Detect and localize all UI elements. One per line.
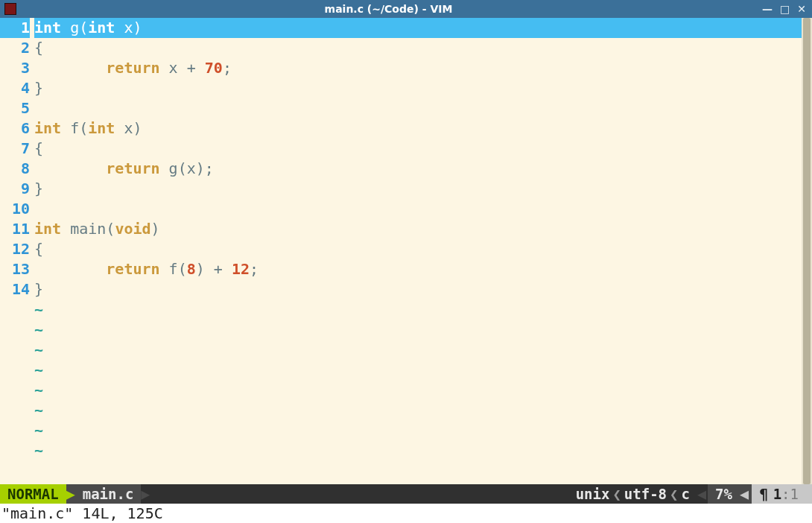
tilde-icon: ~ [34, 340, 43, 358]
line-number: 14 [0, 279, 30, 299]
separator-icon: ▶ [141, 484, 150, 504]
token-plain: } [34, 79, 43, 97]
window-title: main.c (~/Code) - VIM [21, 3, 756, 15]
app-icon [4, 3, 16, 15]
maximize-button[interactable]: □ [780, 0, 790, 18]
code-area[interactable]: int g(int x){ return x + 70;}int f(int x… [34, 18, 802, 484]
percent-label: 7% [715, 484, 732, 504]
tilde-icon: ~ [34, 401, 43, 419]
empty-line-tilde: ~ [34, 360, 802, 380]
position-segment: ¶ 1 :1 [752, 484, 812, 504]
token-num: 8 [187, 260, 196, 278]
code-line[interactable]: int f(int x) [34, 118, 802, 139]
token-plain: g [61, 19, 79, 37]
filename-label: main.c [83, 484, 134, 504]
empty-line-tilde: ~ [34, 380, 802, 400]
line-number: 13 [0, 259, 30, 279]
empty-line-gutter [0, 380, 30, 400]
token-kw: int [34, 220, 61, 238]
token-plain: x) [115, 19, 142, 37]
code-line[interactable]: int main(void) [34, 219, 802, 239]
code-line[interactable]: return g(x); [34, 159, 802, 179]
empty-line-tilde: ~ [34, 320, 802, 340]
empty-line-tilde: ~ [34, 400, 802, 420]
line-number: 1 [0, 18, 30, 38]
tilde-icon: ~ [34, 361, 43, 378]
chevron-left-icon: ❮ [609, 484, 624, 504]
tilde-icon: ~ [34, 381, 43, 399]
column-value: :1 [781, 484, 799, 504]
token-plain: { [34, 240, 43, 258]
line-number: 12 [0, 239, 30, 259]
token-plain: ; [250, 260, 258, 278]
close-button[interactable]: ✕ [797, 0, 806, 18]
code-line[interactable]: } [34, 78, 802, 98]
editor-viewport[interactable]: 1234567891011121314 int g(int x){ return… [0, 18, 812, 484]
empty-line-tilde: ~ [34, 420, 802, 440]
token-kw: return [106, 159, 159, 177]
empty-line-gutter [0, 299, 30, 320]
separator-icon: ◀ [740, 484, 752, 504]
mode-label: NORMAL [7, 484, 59, 504]
line-number: 10 [0, 199, 30, 219]
token-plain: ) [151, 220, 160, 238]
window-buttons: — □ ✕ [756, 0, 812, 18]
tilde-icon: ~ [34, 320, 43, 338]
token-kw: int [88, 119, 115, 137]
status-line: NORMAL ▶ main.c ▶ unix ❮ utf-8 ❮ c ◀ 7% … [0, 484, 812, 504]
token-plain [34, 159, 106, 177]
token-kw: void [115, 220, 150, 238]
code-line[interactable]: } [34, 279, 802, 299]
line-number-gutter: 1234567891011121314 [0, 18, 34, 484]
chevron-left-icon: ❮ [667, 484, 681, 504]
token-kw: return [106, 59, 159, 77]
token-num: 70 [205, 59, 223, 77]
empty-line-gutter [0, 360, 30, 380]
token-plain: ) + [196, 260, 232, 278]
token-plain: } [34, 280, 43, 298]
line-number: 5 [0, 98, 30, 118]
encoding-label: utf-8 [624, 484, 667, 504]
scrollbar-thumb[interactable] [803, 18, 811, 484]
percent-segment: 7% [708, 484, 740, 504]
token-kw: int [34, 19, 61, 37]
separator-icon: ◀ [697, 484, 708, 504]
token-plain: x + [160, 59, 205, 77]
filename-segment: main.c [75, 484, 142, 504]
code-line[interactable] [34, 98, 802, 118]
vertical-scrollbar[interactable] [802, 18, 812, 484]
token-plain: { [34, 139, 43, 157]
tilde-icon: ~ [34, 441, 43, 459]
line-number-icon: ¶ [759, 484, 773, 504]
line-number-value: 1 [773, 484, 781, 504]
line-number: 8 [0, 159, 30, 179]
empty-line-gutter [0, 340, 30, 360]
token-plain: ; [223, 59, 232, 77]
token-plain [34, 260, 106, 278]
code-line[interactable]: { [34, 239, 802, 259]
token-kw: int [88, 19, 115, 37]
empty-line-tilde: ~ [34, 440, 802, 460]
line-number: 3 [0, 58, 30, 78]
minimize-button[interactable]: — [762, 0, 773, 18]
code-line[interactable]: return x + 70; [34, 58, 802, 78]
tilde-icon: ~ [34, 421, 43, 439]
empty-line-tilde: ~ [34, 299, 802, 320]
command-line[interactable]: "main.c" 14L, 125C [0, 504, 812, 523]
filetype-label: c [682, 484, 690, 504]
line-number: 2 [0, 38, 30, 58]
token-plain: { [34, 39, 43, 57]
mode-indicator: NORMAL [0, 484, 66, 504]
token-num: 12 [232, 260, 250, 278]
empty-line-tilde: ~ [34, 340, 802, 360]
code-line[interactable]: { [34, 139, 802, 159]
code-line[interactable] [34, 199, 802, 219]
token-plain: g(x); [160, 159, 214, 177]
code-line[interactable]: return f(8) + 12; [34, 259, 802, 279]
code-line[interactable]: { [34, 38, 802, 58]
code-line[interactable]: } [34, 179, 802, 199]
line-number: 6 [0, 118, 30, 139]
token-plain: f( [61, 119, 88, 137]
fileformat-label: unix [576, 484, 610, 504]
code-line[interactable]: int g(int x) [34, 18, 802, 38]
